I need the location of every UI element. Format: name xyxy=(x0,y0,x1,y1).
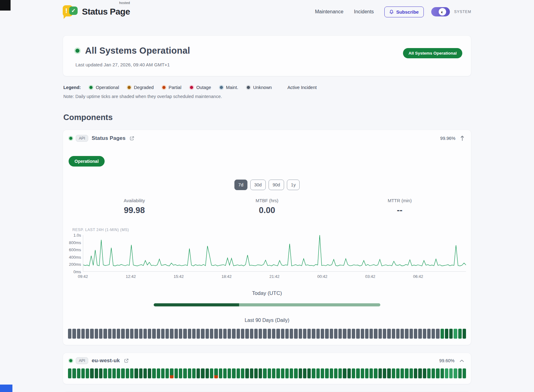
uptime-tick xyxy=(365,329,369,339)
component-type-badge: API xyxy=(76,357,88,364)
uptime-tick xyxy=(72,368,76,378)
uptime-tick xyxy=(463,329,466,339)
legend-dot xyxy=(89,86,93,89)
uptime-tick xyxy=(232,329,235,339)
component-card-status-pages: API Status Pages 99.96% xyxy=(63,130,471,345)
uptime-tick xyxy=(400,368,404,378)
legend-item-degraded: Degraded xyxy=(128,85,154,90)
uptime-tick xyxy=(374,368,377,378)
uptime-tick xyxy=(201,368,204,378)
external-link-icon[interactable] xyxy=(123,358,129,364)
uptime-tick xyxy=(449,368,453,378)
uptime-tick xyxy=(356,329,360,339)
uptime-tick xyxy=(307,329,311,339)
uptime-tick xyxy=(143,368,147,378)
uptime-tick xyxy=(418,329,422,339)
uptime-tick xyxy=(414,329,417,339)
uptime-tick xyxy=(117,368,120,378)
subscribe-button[interactable]: Subscribe xyxy=(384,7,424,17)
chart-y-axis: 1.0s800ms600ms400ms200ms0ms xyxy=(69,235,83,272)
component-card-eu-west-uk: API eu-west-uk 99.60% xyxy=(63,353,471,384)
uptime-tick xyxy=(81,329,85,339)
uptime-tick xyxy=(108,368,111,378)
uptime-tick xyxy=(299,329,302,339)
legend-item-label: Degraded xyxy=(134,85,154,90)
uptime-tick xyxy=(170,368,173,378)
overall-status-badge: All Systems Operational xyxy=(403,48,462,58)
uptime-tick xyxy=(458,368,462,378)
uptime-tick xyxy=(254,329,258,339)
uptime-tick xyxy=(143,329,147,339)
uptime-tick xyxy=(392,329,395,339)
uptime-tick xyxy=(237,368,240,378)
x-tick-label: 06:42 xyxy=(413,274,423,279)
uptime-tick xyxy=(214,368,218,378)
uptime-tick xyxy=(285,329,289,339)
uptime-tick xyxy=(352,329,355,339)
uptime-tick xyxy=(454,368,457,378)
corner-artifact-bottom xyxy=(0,385,12,392)
uptime-tick xyxy=(338,329,342,339)
legend-item-outage: Outage xyxy=(190,85,211,90)
uptime-tick xyxy=(188,329,191,339)
legend-item-maint: Maint. xyxy=(220,85,238,90)
external-link-icon[interactable] xyxy=(129,135,135,141)
uptime-tick xyxy=(130,368,134,378)
uptime-tick xyxy=(405,329,408,339)
uptime-tick xyxy=(312,368,315,378)
x-tick-label: 12:42 xyxy=(126,274,136,279)
legend-item-label: Partial xyxy=(169,85,181,90)
uptime-tick xyxy=(68,329,71,339)
uptime-tick xyxy=(174,329,178,339)
theme-toggle[interactable]: ◐ xyxy=(431,7,450,16)
uptime-tick-strip xyxy=(68,329,466,339)
nav-maintenance[interactable]: Maintenance xyxy=(315,9,343,15)
uptime-tick xyxy=(77,329,80,339)
range-button-1y[interactable]: 1y xyxy=(287,180,300,190)
uptime-tick xyxy=(197,329,200,339)
range-button-90d[interactable]: 90d xyxy=(269,180,284,190)
uptime-tick xyxy=(334,329,337,339)
uptime-tick xyxy=(312,329,315,339)
range-button-30d[interactable]: 30d xyxy=(250,180,266,190)
uptime-tick xyxy=(95,368,98,378)
uptime-tick xyxy=(152,368,156,378)
uptime-tick xyxy=(449,329,453,339)
uptime-tick xyxy=(86,329,89,339)
component-name: Status Pages xyxy=(92,135,125,141)
legend-dot xyxy=(190,86,193,89)
uptime-tick xyxy=(405,368,408,378)
brand[interactable]: ! ✓ Status Page hosted xyxy=(63,5,130,19)
uptime-tick xyxy=(290,329,293,339)
uptime-tick xyxy=(356,368,360,378)
stat-value: 0.00 xyxy=(201,206,333,215)
uptime-tick xyxy=(183,368,187,378)
uptime-tick xyxy=(95,329,98,339)
collapse-chevron-icon[interactable] xyxy=(459,359,465,363)
uptime-tick xyxy=(423,329,426,339)
uptime-tick xyxy=(427,368,431,378)
uptime-tick xyxy=(197,368,200,378)
legend-item-label: Maint. xyxy=(226,85,238,90)
nav-incidents[interactable]: Incidents xyxy=(354,9,374,15)
component-uptime: 99.96% xyxy=(440,136,455,141)
range-button-7d[interactable]: 7d xyxy=(234,180,247,190)
uptime-tick xyxy=(157,329,160,339)
uptime-tick xyxy=(463,368,466,378)
uptime-tick xyxy=(201,329,204,339)
expand-arrow-icon[interactable] xyxy=(460,135,465,142)
uptime-tick xyxy=(436,329,439,339)
y-tick-label: 800ms xyxy=(69,240,81,245)
stat-label: MTTR (min) xyxy=(333,198,466,203)
uptime-tick-strip xyxy=(68,368,466,378)
uptime-tick xyxy=(369,368,373,378)
uptime-tick xyxy=(445,368,448,378)
uptime-tick xyxy=(423,368,426,378)
uptime-tick xyxy=(436,368,439,378)
brand-hosted-label: hosted xyxy=(119,1,130,5)
uptime-tick xyxy=(338,368,342,378)
overall-status-dot xyxy=(75,49,79,53)
uptime-tick xyxy=(276,329,280,339)
uptime-tick xyxy=(121,368,124,378)
uptime-tick xyxy=(400,329,404,339)
